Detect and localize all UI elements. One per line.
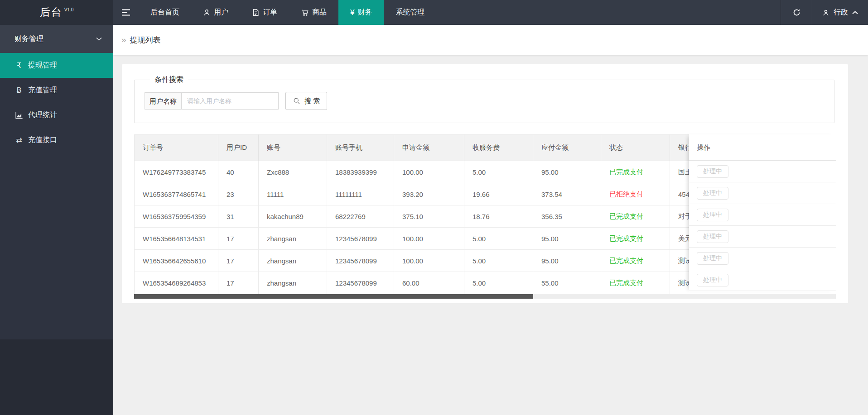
fee-cell: 5.00 xyxy=(464,272,533,294)
horizontal-scrollbar-thumb[interactable] xyxy=(134,294,533,299)
topnav-item-label: 系统管理 xyxy=(395,8,424,17)
topnav-item-finance[interactable]: ¥财务 xyxy=(338,0,384,25)
status-cell: 已完成支付 xyxy=(601,161,670,183)
column-header: 状态 xyxy=(601,135,670,161)
status-badge: 已拒绝支付 xyxy=(609,190,643,198)
search-legend: 条件搜索 xyxy=(150,75,188,85)
payable-cell: 356.35 xyxy=(533,205,601,228)
fee-cell: 19.66 xyxy=(464,183,533,205)
sidebar-collapse-button[interactable] xyxy=(113,0,139,25)
sidebar-footer-area xyxy=(0,339,113,415)
yen-icon: ¥ xyxy=(350,9,354,16)
account-cell: 11111 xyxy=(259,183,327,205)
chart-icon xyxy=(14,112,24,119)
payable-cell: 373.54 xyxy=(533,183,601,205)
status-cell: 已完成支付 xyxy=(601,205,670,228)
action-row: 处理中 xyxy=(689,182,836,204)
topnav: 后台首页用户订单商品¥财务系统管理 xyxy=(113,0,781,25)
bitcoin-icon: Ƀ xyxy=(14,86,24,95)
sidebar-item-recharge-api[interactable]: ⇄充值接口 xyxy=(0,128,113,153)
topbar: 后台 V1.0 后台首页用户订单商品¥财务系统管理 行政 xyxy=(0,0,868,25)
search-button[interactable]: 搜 索 xyxy=(285,92,327,110)
phone-cell: 11111111 xyxy=(327,183,394,205)
sidebar-item-recharge[interactable]: Ƀ充值管理 xyxy=(0,78,113,103)
user-id-cell: 17 xyxy=(218,272,259,294)
fee-cell: 5.00 xyxy=(464,161,533,183)
refresh-button[interactable] xyxy=(781,0,812,25)
topnav-item-orders[interactable]: 订单 xyxy=(240,0,289,25)
amount-cell: 100.00 xyxy=(394,250,464,272)
user-id-cell: 17 xyxy=(218,250,259,272)
exchange-icon: ⇄ xyxy=(14,136,24,144)
processing-button[interactable]: 处理中 xyxy=(697,252,728,265)
order-no-cell: W165363774865741 xyxy=(135,183,218,205)
search-button-label: 搜 索 xyxy=(304,97,320,105)
username-input[interactable] xyxy=(182,92,279,110)
order-icon xyxy=(252,9,260,16)
fee-cell: 5.00 xyxy=(464,250,533,272)
action-column-header: 操作 xyxy=(689,134,836,161)
sidebar-item-label: 代理统计 xyxy=(28,110,57,120)
horizontal-scrollbar-track[interactable] xyxy=(134,294,836,299)
user-id-cell: 31 xyxy=(218,205,259,228)
person-icon xyxy=(822,9,829,16)
order-no-cell: W165363759954359 xyxy=(135,205,218,228)
content-area: 条件搜索 用户名称 搜 索 订单号用户ID账号账号手机申请金额收服务费应付金额状… xyxy=(113,55,868,415)
amount-cell: 100.00 xyxy=(394,161,464,183)
topnav-item-label: 订单 xyxy=(263,8,277,17)
topnav-item-goods[interactable]: 商品 xyxy=(289,0,338,25)
account-cell: zhangsan xyxy=(259,228,327,250)
order-no-cell: W165356648134531 xyxy=(135,228,218,250)
withdraw-table-zone: 订单号用户ID账号账号手机申请金额收服务费应付金额状态银行 W176249773… xyxy=(134,134,836,299)
sidebar: 财务管理 ₹提现管理Ƀ充值管理代理统计⇄充值接口 xyxy=(0,25,113,415)
sidebar-section-finance[interactable]: 财务管理 xyxy=(0,25,113,53)
column-header: 用户ID xyxy=(218,135,259,161)
order-no-cell: W176249773383745 xyxy=(135,161,218,183)
sidebar-item-agent-stats[interactable]: 代理统计 xyxy=(0,103,113,128)
action-row: 处理中 xyxy=(689,226,836,248)
topnav-item-home[interactable]: 后台首页 xyxy=(139,0,191,25)
column-header: 订单号 xyxy=(135,135,218,161)
status-badge: 已完成支付 xyxy=(609,168,643,176)
user-icon xyxy=(203,9,211,16)
search-fieldset: 条件搜索 用户名称 搜 索 xyxy=(134,75,834,123)
sidebar-item-label: 提现管理 xyxy=(28,61,57,70)
status-cell: 已完成支付 xyxy=(601,250,670,272)
action-row: 处理中 xyxy=(689,248,836,269)
sidebar-item-label: 充值接口 xyxy=(28,135,57,145)
account-cell: Zxc888 xyxy=(259,161,327,183)
topnav-item-label: 用户 xyxy=(214,8,228,17)
status-badge: 已完成支付 xyxy=(609,279,643,286)
user-id-cell: 17 xyxy=(218,228,259,250)
topnav-item-users[interactable]: 用户 xyxy=(191,0,240,25)
amount-cell: 100.00 xyxy=(394,228,464,250)
processing-button[interactable]: 处理中 xyxy=(697,230,728,243)
column-header: 收服务费 xyxy=(464,135,533,161)
page-title: 提现列表 xyxy=(130,35,161,45)
user-menu[interactable]: 行政 xyxy=(812,0,868,25)
phone-cell: 12345678099 xyxy=(327,228,394,250)
status-cell: 已拒绝支付 xyxy=(601,183,670,205)
column-header: 账号 xyxy=(259,135,327,161)
search-form: 用户名称 搜 索 xyxy=(145,92,834,110)
sidebar-item-withdraw[interactable]: ₹提现管理 xyxy=(0,53,113,78)
breadcrumb-separator-icon: » xyxy=(121,35,126,45)
amount-cell: 375.10 xyxy=(394,205,464,228)
status-cell: 已完成支付 xyxy=(601,228,670,250)
topnav-item-system[interactable]: 系统管理 xyxy=(384,0,436,25)
phone-cell: 12345678099 xyxy=(327,272,394,294)
action-row: 处理中 xyxy=(689,204,836,226)
action-row: 处理中 xyxy=(689,269,836,291)
amount-cell: 393.20 xyxy=(394,183,464,205)
topnav-item-label: 财务 xyxy=(357,8,372,17)
account-cell: kakachun89 xyxy=(259,205,327,228)
processing-button[interactable]: 处理中 xyxy=(697,165,728,178)
account-cell: zhangsan xyxy=(259,250,327,272)
status-badge: 已完成支付 xyxy=(609,212,643,220)
processing-button[interactable]: 处理中 xyxy=(697,187,728,200)
processing-button[interactable]: 处理中 xyxy=(697,274,728,286)
processing-button[interactable]: 处理中 xyxy=(697,209,728,221)
user-id-cell: 40 xyxy=(218,161,259,183)
topnav-item-label: 商品 xyxy=(312,8,327,17)
cart-icon xyxy=(301,9,309,17)
